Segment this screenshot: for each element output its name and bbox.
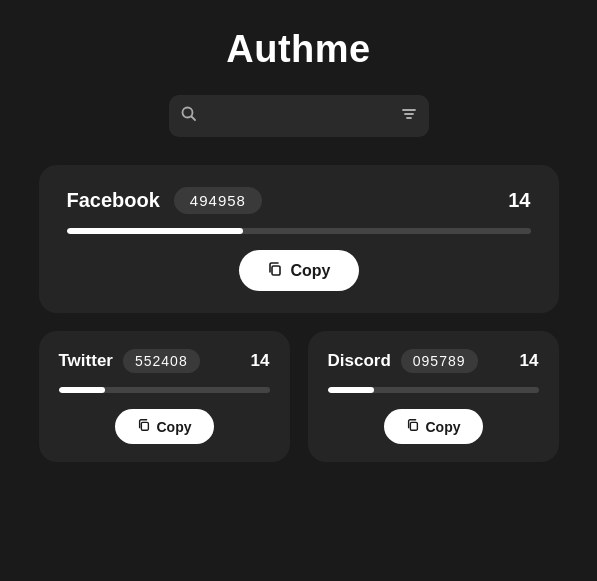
filter-icon[interactable] <box>401 106 417 126</box>
svg-rect-2 <box>272 266 280 275</box>
bottom-cards-row: Twitter 552408 14 Copy <box>39 331 559 462</box>
twitter-copy-button[interactable]: Copy <box>115 409 214 444</box>
cards-container: Facebook 494958 14 Copy Twitter <box>39 165 559 462</box>
twitter-timer: 14 <box>251 351 270 371</box>
facebook-card-header: Facebook 494958 14 <box>67 187 531 214</box>
facebook-code: 494958 <box>174 187 262 214</box>
twitter-copy-icon <box>137 418 151 435</box>
discord-progress-fill <box>328 387 374 393</box>
discord-header-left: Discord 095789 <box>328 349 478 373</box>
facebook-progress-container <box>67 228 531 234</box>
search-icon <box>181 106 197 126</box>
twitter-code: 552408 <box>123 349 200 373</box>
facebook-copy-icon <box>267 261 283 280</box>
discord-copy-label: Copy <box>426 419 461 435</box>
twitter-progress-fill <box>59 387 105 393</box>
facebook-copy-label: Copy <box>291 262 331 280</box>
twitter-header-left: Twitter 552408 <box>59 349 200 373</box>
facebook-progress-fill <box>67 228 243 234</box>
facebook-card: Facebook 494958 14 Copy <box>39 165 559 313</box>
facebook-name: Facebook <box>67 189 160 212</box>
svg-line-1 <box>191 117 195 121</box>
twitter-card-header: Twitter 552408 14 <box>59 349 270 373</box>
facebook-header-left: Facebook 494958 <box>67 187 262 214</box>
twitter-copy-label: Copy <box>157 419 192 435</box>
discord-progress-container <box>328 387 539 393</box>
discord-card-header: Discord 095789 14 <box>328 349 539 373</box>
twitter-progress-container <box>59 387 270 393</box>
twitter-card: Twitter 552408 14 Copy <box>39 331 290 462</box>
app-title: Authme <box>226 28 370 71</box>
svg-rect-4 <box>410 422 417 430</box>
discord-name: Discord <box>328 351 391 371</box>
facebook-timer: 14 <box>508 189 530 212</box>
twitter-name: Twitter <box>59 351 113 371</box>
discord-timer: 14 <box>520 351 539 371</box>
discord-card: Discord 095789 14 Copy <box>308 331 559 462</box>
svg-rect-3 <box>141 422 148 430</box>
facebook-copy-button[interactable]: Copy <box>239 250 359 291</box>
discord-code: 095789 <box>401 349 478 373</box>
discord-copy-icon <box>406 418 420 435</box>
search-input[interactable] <box>205 108 393 124</box>
discord-copy-button[interactable]: Copy <box>384 409 483 444</box>
search-bar <box>169 95 429 137</box>
